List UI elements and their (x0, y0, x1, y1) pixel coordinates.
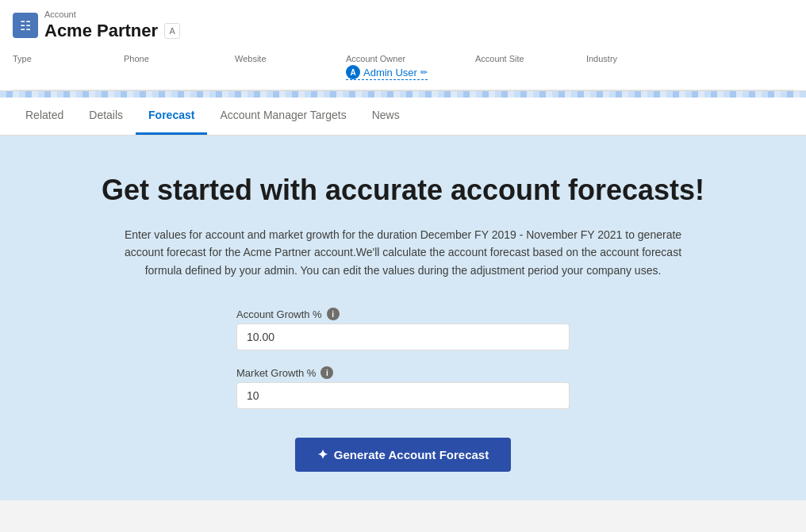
market-growth-info-icon: i (320, 366, 333, 379)
forecast-title: Get started with accurate account foreca… (102, 174, 704, 207)
field-type: Type (13, 54, 76, 80)
forecast-content: Get started with accurate account foreca… (0, 136, 806, 500)
tab-related[interactable]: Related (13, 98, 76, 135)
field-account-owner: Account Owner A Admin User ✏ (346, 54, 428, 80)
field-label-industry: Industry (586, 54, 650, 63)
account-name: Acme Partner (44, 21, 158, 41)
field-website: Website (235, 54, 298, 80)
field-value-account-owner[interactable]: A Admin User ✏ (346, 65, 428, 80)
account-title-row: Acme Partner A (44, 21, 180, 41)
page-header: ☷ Account Acme Partner A Type Phone Webs… (0, 0, 806, 91)
account-label-row: ☷ Account Acme Partner A (13, 10, 793, 41)
forecast-form: Account Growth % i Market Growth % i ✦ G… (236, 308, 570, 472)
tabs-bar: Related Details Forecast Account Manager… (0, 98, 806, 136)
generate-forecast-button[interactable]: ✦ Generate Account Forecast (295, 438, 511, 472)
tab-account-manager-targets[interactable]: Account Manager Targets (207, 98, 359, 135)
avatar: A (346, 65, 360, 79)
account-growth-input[interactable] (236, 323, 570, 350)
field-phone: Phone (124, 54, 187, 80)
account-type-label: Account (44, 10, 180, 19)
generate-forecast-label: Generate Account Forecast (334, 448, 489, 461)
tab-details[interactable]: Details (76, 98, 136, 135)
account-growth-info-icon: i (327, 308, 340, 320)
header-fields: Type Phone Website Account Owner A Admin… (13, 44, 793, 90)
wavy-bar (0, 91, 806, 98)
field-label-phone: Phone (124, 54, 187, 63)
account-growth-label: Account Growth % i (236, 308, 570, 320)
wand-icon: ✦ (317, 447, 328, 462)
tab-news[interactable]: News (359, 98, 413, 135)
field-label-account-owner: Account Owner (346, 54, 428, 63)
field-label-account-site: Account Site (475, 54, 539, 63)
field-industry: Industry (586, 54, 650, 80)
market-growth-input[interactable] (236, 382, 570, 409)
field-label-type: Type (13, 54, 76, 63)
market-growth-label: Market Growth % i (236, 366, 570, 379)
account-growth-field: Account Growth % i (236, 308, 570, 350)
field-label-website: Website (235, 54, 298, 63)
market-growth-field: Market Growth % i (236, 366, 570, 409)
tab-forecast[interactable]: Forecast (136, 98, 207, 135)
account-icon: ☷ (13, 13, 38, 38)
forecast-description: Enter values for account and market grow… (117, 226, 689, 279)
edit-icon: ✏ (420, 67, 428, 78)
group-icon: A (164, 23, 180, 39)
owner-name: Admin User (363, 67, 417, 78)
field-account-site: Account Site (475, 54, 539, 80)
